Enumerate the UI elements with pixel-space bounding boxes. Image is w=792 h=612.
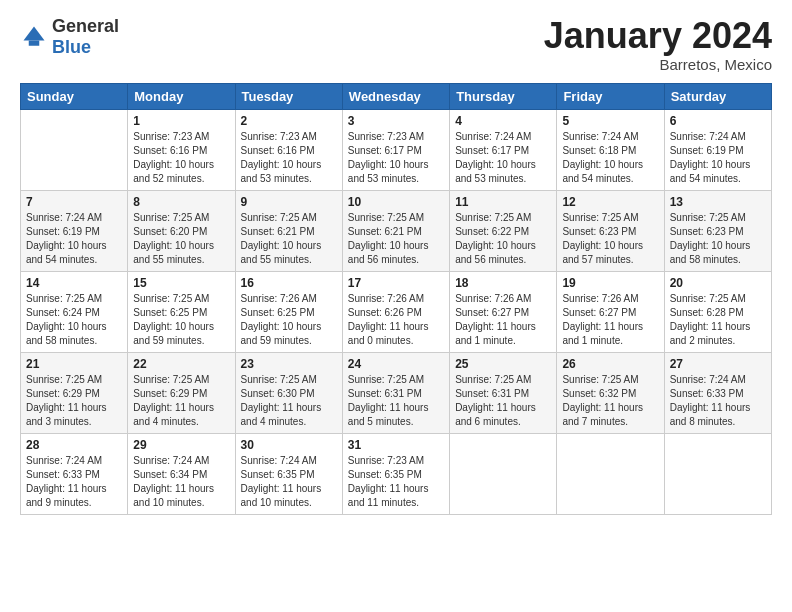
day-number: 15 — [133, 276, 229, 290]
table-row: 28Sunrise: 7:24 AMSunset: 6:33 PMDayligh… — [21, 433, 128, 514]
day-number: 21 — [26, 357, 122, 371]
day-info: Sunrise: 7:26 AMSunset: 6:27 PMDaylight:… — [455, 292, 551, 348]
svg-rect-1 — [29, 41, 40, 46]
day-info: Sunrise: 7:24 AMSunset: 6:33 PMDaylight:… — [26, 454, 122, 510]
day-number: 8 — [133, 195, 229, 209]
day-info: Sunrise: 7:23 AMSunset: 6:35 PMDaylight:… — [348, 454, 444, 510]
table-row: 22Sunrise: 7:25 AMSunset: 6:29 PMDayligh… — [128, 352, 235, 433]
table-row: 23Sunrise: 7:25 AMSunset: 6:30 PMDayligh… — [235, 352, 342, 433]
table-row: 27Sunrise: 7:24 AMSunset: 6:33 PMDayligh… — [664, 352, 771, 433]
day-number: 16 — [241, 276, 337, 290]
table-row: 5Sunrise: 7:24 AMSunset: 6:18 PMDaylight… — [557, 109, 664, 190]
day-number: 10 — [348, 195, 444, 209]
day-number: 6 — [670, 114, 766, 128]
day-info: Sunrise: 7:26 AMSunset: 6:26 PMDaylight:… — [348, 292, 444, 348]
table-row: 2Sunrise: 7:23 AMSunset: 6:16 PMDaylight… — [235, 109, 342, 190]
day-info: Sunrise: 7:25 AMSunset: 6:32 PMDaylight:… — [562, 373, 658, 429]
day-info: Sunrise: 7:25 AMSunset: 6:21 PMDaylight:… — [241, 211, 337, 267]
table-row: 3Sunrise: 7:23 AMSunset: 6:17 PMDaylight… — [342, 109, 449, 190]
col-wednesday: Wednesday — [342, 83, 449, 109]
table-row — [557, 433, 664, 514]
table-row: 24Sunrise: 7:25 AMSunset: 6:31 PMDayligh… — [342, 352, 449, 433]
day-number: 1 — [133, 114, 229, 128]
table-row: 17Sunrise: 7:26 AMSunset: 6:26 PMDayligh… — [342, 271, 449, 352]
day-info: Sunrise: 7:23 AMSunset: 6:16 PMDaylight:… — [133, 130, 229, 186]
day-number: 27 — [670, 357, 766, 371]
day-number: 2 — [241, 114, 337, 128]
day-number: 3 — [348, 114, 444, 128]
day-number: 26 — [562, 357, 658, 371]
header: General Blue January 2024 Barretos, Mexi… — [20, 16, 772, 73]
day-number: 4 — [455, 114, 551, 128]
day-number: 7 — [26, 195, 122, 209]
day-number: 17 — [348, 276, 444, 290]
day-number: 14 — [26, 276, 122, 290]
calendar: Sunday Monday Tuesday Wednesday Thursday… — [20, 83, 772, 515]
day-number: 13 — [670, 195, 766, 209]
day-info: Sunrise: 7:23 AMSunset: 6:16 PMDaylight:… — [241, 130, 337, 186]
table-row — [450, 433, 557, 514]
table-row: 12Sunrise: 7:25 AMSunset: 6:23 PMDayligh… — [557, 190, 664, 271]
calendar-week-row: 7Sunrise: 7:24 AMSunset: 6:19 PMDaylight… — [21, 190, 772, 271]
table-row: 29Sunrise: 7:24 AMSunset: 6:34 PMDayligh… — [128, 433, 235, 514]
col-thursday: Thursday — [450, 83, 557, 109]
table-row: 19Sunrise: 7:26 AMSunset: 6:27 PMDayligh… — [557, 271, 664, 352]
title-month: January 2024 — [544, 16, 772, 56]
table-row — [664, 433, 771, 514]
day-number: 11 — [455, 195, 551, 209]
day-info: Sunrise: 7:25 AMSunset: 6:20 PMDaylight:… — [133, 211, 229, 267]
day-number: 19 — [562, 276, 658, 290]
logo-blue: Blue — [52, 37, 91, 57]
day-info: Sunrise: 7:23 AMSunset: 6:17 PMDaylight:… — [348, 130, 444, 186]
table-row: 13Sunrise: 7:25 AMSunset: 6:23 PMDayligh… — [664, 190, 771, 271]
table-row: 8Sunrise: 7:25 AMSunset: 6:20 PMDaylight… — [128, 190, 235, 271]
day-info: Sunrise: 7:24 AMSunset: 6:19 PMDaylight:… — [26, 211, 122, 267]
table-row: 6Sunrise: 7:24 AMSunset: 6:19 PMDaylight… — [664, 109, 771, 190]
day-info: Sunrise: 7:25 AMSunset: 6:21 PMDaylight:… — [348, 211, 444, 267]
table-row: 14Sunrise: 7:25 AMSunset: 6:24 PMDayligh… — [21, 271, 128, 352]
day-number: 9 — [241, 195, 337, 209]
calendar-week-row: 21Sunrise: 7:25 AMSunset: 6:29 PMDayligh… — [21, 352, 772, 433]
day-info: Sunrise: 7:25 AMSunset: 6:28 PMDaylight:… — [670, 292, 766, 348]
table-row — [21, 109, 128, 190]
col-tuesday: Tuesday — [235, 83, 342, 109]
day-number: 29 — [133, 438, 229, 452]
day-info: Sunrise: 7:24 AMSunset: 6:17 PMDaylight:… — [455, 130, 551, 186]
svg-marker-0 — [24, 27, 45, 41]
table-row: 7Sunrise: 7:24 AMSunset: 6:19 PMDaylight… — [21, 190, 128, 271]
table-row: 31Sunrise: 7:23 AMSunset: 6:35 PMDayligh… — [342, 433, 449, 514]
calendar-week-row: 14Sunrise: 7:25 AMSunset: 6:24 PMDayligh… — [21, 271, 772, 352]
day-number: 20 — [670, 276, 766, 290]
table-row: 9Sunrise: 7:25 AMSunset: 6:21 PMDaylight… — [235, 190, 342, 271]
table-row: 26Sunrise: 7:25 AMSunset: 6:32 PMDayligh… — [557, 352, 664, 433]
day-info: Sunrise: 7:24 AMSunset: 6:18 PMDaylight:… — [562, 130, 658, 186]
day-info: Sunrise: 7:25 AMSunset: 6:30 PMDaylight:… — [241, 373, 337, 429]
day-number: 25 — [455, 357, 551, 371]
day-number: 12 — [562, 195, 658, 209]
day-info: Sunrise: 7:24 AMSunset: 6:35 PMDaylight:… — [241, 454, 337, 510]
day-number: 5 — [562, 114, 658, 128]
table-row: 21Sunrise: 7:25 AMSunset: 6:29 PMDayligh… — [21, 352, 128, 433]
col-friday: Friday — [557, 83, 664, 109]
title-block: January 2024 Barretos, Mexico — [544, 16, 772, 73]
table-row: 20Sunrise: 7:25 AMSunset: 6:28 PMDayligh… — [664, 271, 771, 352]
day-info: Sunrise: 7:24 AMSunset: 6:19 PMDaylight:… — [670, 130, 766, 186]
page: General Blue January 2024 Barretos, Mexi… — [0, 0, 792, 612]
day-number: 28 — [26, 438, 122, 452]
calendar-week-row: 28Sunrise: 7:24 AMSunset: 6:33 PMDayligh… — [21, 433, 772, 514]
day-number: 30 — [241, 438, 337, 452]
day-number: 31 — [348, 438, 444, 452]
day-number: 22 — [133, 357, 229, 371]
day-info: Sunrise: 7:25 AMSunset: 6:31 PMDaylight:… — [348, 373, 444, 429]
table-row: 30Sunrise: 7:24 AMSunset: 6:35 PMDayligh… — [235, 433, 342, 514]
day-info: Sunrise: 7:24 AMSunset: 6:33 PMDaylight:… — [670, 373, 766, 429]
day-info: Sunrise: 7:25 AMSunset: 6:23 PMDaylight:… — [562, 211, 658, 267]
day-info: Sunrise: 7:25 AMSunset: 6:31 PMDaylight:… — [455, 373, 551, 429]
col-saturday: Saturday — [664, 83, 771, 109]
table-row: 1Sunrise: 7:23 AMSunset: 6:16 PMDaylight… — [128, 109, 235, 190]
day-number: 23 — [241, 357, 337, 371]
day-info: Sunrise: 7:26 AMSunset: 6:27 PMDaylight:… — [562, 292, 658, 348]
calendar-week-row: 1Sunrise: 7:23 AMSunset: 6:16 PMDaylight… — [21, 109, 772, 190]
table-row: 10Sunrise: 7:25 AMSunset: 6:21 PMDayligh… — [342, 190, 449, 271]
logo-general: General — [52, 16, 119, 36]
